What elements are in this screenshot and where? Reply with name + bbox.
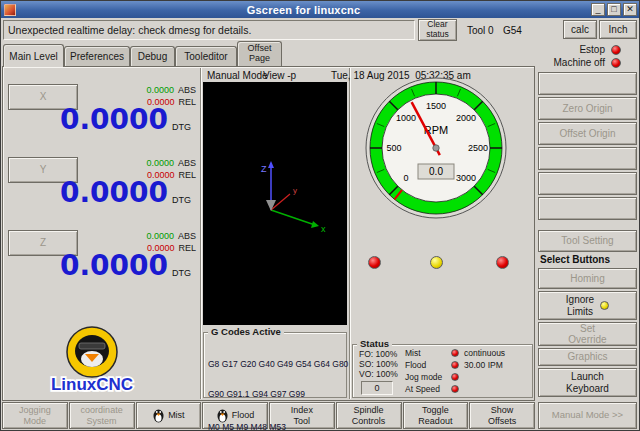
indicator-led-right bbox=[496, 256, 509, 269]
gauge-tick-3000: 3000 bbox=[456, 173, 476, 183]
dro-abs-label: ABS bbox=[178, 158, 196, 168]
close-button[interactable]: ✕ bbox=[623, 3, 637, 16]
mist-status-row: Mist continuous bbox=[405, 347, 532, 359]
gauge-value: 0.0 bbox=[429, 166, 443, 177]
mcode-line: M0 M5 M9 M48 M53 bbox=[208, 422, 344, 431]
dro-dtg-label: DTG bbox=[172, 122, 191, 132]
status-frame: Status FO: 100% SO: 100% VO: 100% 0 Mist… bbox=[352, 344, 533, 398]
x-axis-label: x bbox=[321, 224, 326, 234]
dro-y-abs-row: 0.0000ABS bbox=[80, 158, 196, 168]
status-title: Status bbox=[357, 338, 392, 349]
gcode-line: G90 G91.1 G94 G97 G99 bbox=[208, 389, 344, 399]
dro-abs-value: 0.0000 bbox=[146, 158, 174, 168]
pane-separator[interactable] bbox=[200, 68, 202, 399]
homing-button[interactable]: Homing bbox=[538, 268, 637, 289]
mist-led bbox=[451, 349, 459, 357]
gauge-tick-2000: 2000 bbox=[456, 113, 476, 123]
gauge-tick-1500: 1500 bbox=[426, 101, 446, 111]
gauge-tick-1000: 1000 bbox=[396, 113, 416, 123]
gcodes-frame: G Codes Active G8 G17 G20 G40 G49 G54 G6… bbox=[203, 332, 347, 398]
dro-rel-label: REL bbox=[178, 97, 196, 107]
tab-tooleditor[interactable]: Tooleditor bbox=[175, 46, 237, 66]
machine-off-row[interactable]: Machine off bbox=[538, 57, 637, 68]
zero-origin-button[interactable]: Zero Origin bbox=[538, 97, 637, 120]
tab-debug[interactable]: Debug bbox=[130, 46, 175, 66]
toggle-readout-button[interactable]: Toggle Readout bbox=[403, 402, 469, 429]
blank-button-2[interactable] bbox=[538, 147, 637, 170]
coordinate-system-button[interactable]: coordinate System bbox=[69, 402, 135, 429]
jog-mode-label: Jog mode bbox=[405, 372, 451, 382]
dro-z-dtg-value: 0.0000 bbox=[10, 252, 168, 280]
z-axis-label: Z bbox=[261, 164, 267, 174]
estop-row[interactable]: Estop bbox=[538, 44, 637, 55]
indicator-led-left bbox=[368, 256, 381, 269]
dro-x-dtg-value: 0.0000 bbox=[10, 106, 168, 134]
blank-button-1[interactable] bbox=[538, 72, 637, 95]
view-label: View -p bbox=[263, 70, 296, 81]
show-offsets-button[interactable]: Show Offsets bbox=[469, 402, 535, 429]
calc-button[interactable]: calc bbox=[563, 20, 597, 39]
jog-mode-led bbox=[451, 373, 459, 381]
tool-number-label: Tool 0 bbox=[467, 25, 494, 36]
flood-value: 30.00 IPM bbox=[464, 360, 503, 370]
titlebar[interactable]: Gscreen for linuxcnc _ □ ✕ bbox=[1, 1, 639, 18]
dro-rel-label: REL bbox=[178, 170, 196, 180]
mist-button-label: Mist bbox=[168, 410, 185, 420]
tab-offset-page[interactable]: Offset Page bbox=[237, 41, 282, 66]
coord-system-label: G54 bbox=[503, 25, 522, 36]
mist-value: continuous bbox=[464, 348, 505, 358]
dro-abs-label: ABS bbox=[178, 231, 196, 241]
dro-abs-label: ABS bbox=[178, 85, 196, 95]
dro-abs-value: 0.0000 bbox=[146, 231, 174, 241]
machine-off-led bbox=[611, 58, 621, 68]
maximize-button[interactable]: □ bbox=[607, 3, 621, 16]
flood-led bbox=[451, 361, 459, 369]
flood-status-row: Flood 30.00 IPM bbox=[405, 359, 532, 371]
jog-mode-status-row: Jog mode bbox=[405, 371, 532, 383]
spindle-override-label: SO: 100% bbox=[359, 359, 398, 369]
ignore-limits-led bbox=[600, 301, 609, 310]
set-override-button[interactable]: Set Override bbox=[538, 322, 637, 346]
indicator-led-center bbox=[430, 256, 443, 269]
linuxcnc-logo: LinuxCNC bbox=[36, 326, 148, 396]
tab-main-level[interactable]: Main Level bbox=[3, 44, 64, 67]
blank-button-3[interactable] bbox=[538, 172, 637, 195]
window-title: Gscreen for linuxcnc bbox=[16, 4, 591, 16]
estop-label: Estop bbox=[579, 44, 605, 55]
y-axis-label: y bbox=[293, 186, 297, 195]
clear-status-button[interactable]: Clear status bbox=[418, 19, 457, 41]
status-message-box: Unexpected realtime delay: check dmesg f… bbox=[3, 20, 415, 40]
select-buttons-label: Select Buttons bbox=[540, 254, 610, 265]
launch-keyboard-button[interactable]: Launch Keyboard bbox=[538, 368, 637, 397]
dro-dtg-label: DTG bbox=[172, 268, 191, 278]
estop-led bbox=[611, 45, 621, 55]
spindle-speed-display: 0 bbox=[361, 381, 393, 395]
tab-preferences[interactable]: Preferences bbox=[64, 46, 130, 66]
mist-button[interactable]: Mist bbox=[136, 402, 202, 429]
at-speed-status-row: At Speed bbox=[405, 383, 532, 395]
ignore-limits-label: Ignore Limits bbox=[566, 294, 594, 317]
at-speed-led bbox=[451, 385, 459, 393]
at-speed-label: At Speed bbox=[405, 384, 451, 394]
dro-y-dtg-value: 0.0000 bbox=[10, 179, 168, 207]
dro-x-abs-row: 0.0000ABS bbox=[80, 85, 196, 95]
tool-setting-button[interactable]: Tool Setting bbox=[538, 230, 637, 252]
pane-separator[interactable] bbox=[349, 68, 351, 399]
graphics-button[interactable]: Graphics bbox=[538, 348, 637, 366]
rpm-gauge: 0 500 1000 1500 2000 2500 3000 RPM 0.0 bbox=[360, 72, 512, 224]
blank-button-4[interactable] bbox=[538, 197, 637, 220]
mist-label: Mist bbox=[405, 348, 451, 358]
units-button[interactable]: Inch bbox=[599, 20, 637, 39]
backplot-view[interactable]: Z x y bbox=[203, 82, 347, 325]
gauge-tick-500: 500 bbox=[386, 143, 401, 153]
ignore-limits-button[interactable]: Ignore Limits bbox=[538, 291, 637, 320]
jogging-mode-button[interactable]: Jogging Mode bbox=[2, 402, 68, 429]
offset-origin-button[interactable]: Offset Origin bbox=[538, 122, 637, 145]
status-message: Unexpected realtime delay: check dmesg f… bbox=[4, 21, 414, 36]
manual-mode-button[interactable]: Manual Mode >> bbox=[538, 402, 637, 429]
minimize-button[interactable]: _ bbox=[591, 3, 605, 16]
feed-override-label: FO: 100% bbox=[359, 349, 397, 359]
window-icon bbox=[4, 4, 16, 16]
logo-text: LinuxCNC bbox=[51, 375, 133, 394]
machine-off-label: Machine off bbox=[553, 57, 605, 68]
